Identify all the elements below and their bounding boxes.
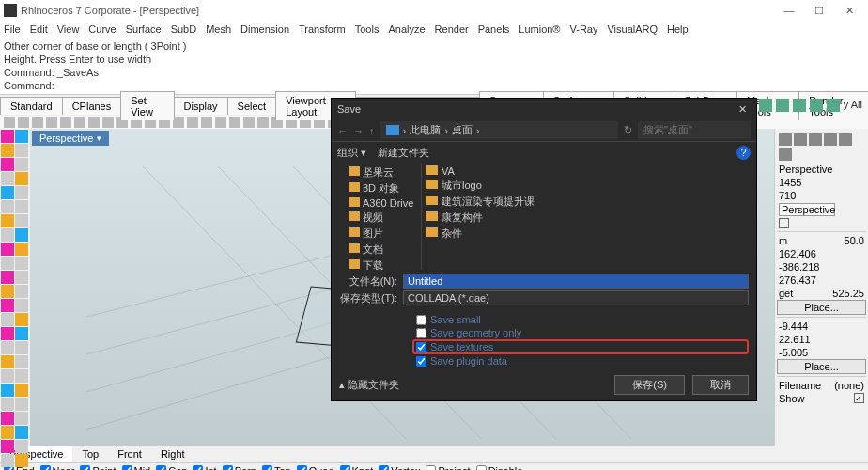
osnap-checkbox[interactable] xyxy=(80,465,90,470)
toolbar-icon[interactable] xyxy=(60,117,71,128)
menu-item[interactable]: Mesh xyxy=(206,24,231,35)
osnap-checkbox[interactable] xyxy=(156,465,166,470)
refresh-button[interactable]: ↻ xyxy=(624,124,632,136)
tool-icon[interactable] xyxy=(1,158,14,171)
folder-item[interactable]: 建筑渲染专项提升课 xyxy=(426,194,752,210)
toolbar-icon[interactable] xyxy=(74,117,85,128)
tool-icon[interactable] xyxy=(15,200,28,213)
place-button[interactable]: Place... xyxy=(777,300,866,315)
toolbar-icon[interactable] xyxy=(102,117,114,128)
tool-icon[interactable] xyxy=(1,285,14,298)
maximize-button[interactable]: ☐ xyxy=(804,5,834,17)
menu-item[interactable]: Lumion® xyxy=(519,24,560,35)
new-folder-button[interactable]: 新建文件夹 xyxy=(378,146,429,160)
tool-icon[interactable] xyxy=(1,214,14,227)
save-plugin-checkbox[interactable] xyxy=(416,356,426,367)
tool-icon[interactable] xyxy=(759,99,772,112)
menu-item[interactable]: Transform xyxy=(299,24,346,35)
toolbar-tab[interactable]: CPlanes xyxy=(62,97,122,115)
toolbar-icon[interactable] xyxy=(4,117,15,128)
menu-item[interactable]: VisualARQ xyxy=(607,24,658,35)
tool-icon[interactable] xyxy=(1,200,14,213)
tool-icon[interactable] xyxy=(15,172,28,185)
menu-item[interactable]: SubD xyxy=(171,24,197,35)
tool-icon[interactable] xyxy=(793,99,806,112)
tool-icon[interactable] xyxy=(15,257,28,270)
osnap-checkbox[interactable] xyxy=(223,465,233,470)
tool-icon[interactable] xyxy=(15,398,28,411)
close-button[interactable]: ✕ xyxy=(834,5,864,17)
prop-check[interactable] xyxy=(779,218,789,228)
tool-icon[interactable] xyxy=(1,130,14,143)
prop-select[interactable]: Perspective xyxy=(779,203,835,216)
osnap-checkbox[interactable] xyxy=(426,465,436,470)
tool-icon[interactable] xyxy=(15,186,28,199)
tree-item[interactable]: 3D 对象 xyxy=(335,180,417,196)
folder-item[interactable]: VA xyxy=(426,164,752,178)
tree-item[interactable]: A360 Drive xyxy=(335,196,417,210)
filetype-select[interactable]: COLLADA (*.dae) xyxy=(403,290,749,306)
toolbar-icon[interactable] xyxy=(88,117,100,128)
tool-icon[interactable] xyxy=(1,355,14,368)
tool-icon[interactable] xyxy=(1,454,14,467)
toolbar-icon[interactable] xyxy=(18,117,29,128)
tool-icon[interactable] xyxy=(15,228,28,242)
tool-icon[interactable] xyxy=(1,243,14,256)
tool-icon[interactable] xyxy=(1,299,14,312)
menu-item[interactable]: Surface xyxy=(126,24,162,35)
tool-icon[interactable] xyxy=(1,327,14,340)
tool-icon[interactable] xyxy=(827,99,840,112)
panel-icon[interactable] xyxy=(824,133,837,146)
tool-icon[interactable] xyxy=(15,299,28,312)
osnap-checkbox[interactable] xyxy=(262,465,272,470)
panel-icon[interactable] xyxy=(779,133,792,146)
filename-input[interactable]: Untitled xyxy=(403,274,749,289)
view-tab[interactable]: Right xyxy=(151,446,194,462)
menu-item[interactable]: Analyze xyxy=(388,24,425,35)
folder-item[interactable]: 杂件 xyxy=(426,226,752,242)
toolbar-icon[interactable] xyxy=(201,117,212,128)
osnap-checkbox[interactable] xyxy=(476,465,487,470)
address-bar[interactable]: › 此电脑 › 桌面 › xyxy=(380,121,619,139)
tool-icon[interactable] xyxy=(1,271,14,284)
toolbar-icon[interactable] xyxy=(257,117,269,128)
nav-forward-button[interactable]: → xyxy=(353,125,364,136)
tool-icon[interactable] xyxy=(776,99,789,112)
tree-item[interactable]: 文档 xyxy=(335,242,417,258)
tool-icon[interactable] xyxy=(1,426,14,439)
tool-icon[interactable] xyxy=(1,398,14,411)
tool-icon[interactable] xyxy=(15,412,28,425)
save-geometry-checkbox[interactable] xyxy=(416,328,426,338)
toolbar-icon[interactable] xyxy=(243,117,255,128)
tree-item[interactable]: 下载 xyxy=(335,258,417,270)
tool-icon[interactable] xyxy=(15,158,28,171)
toolbar-tab[interactable]: Select xyxy=(227,97,277,115)
nav-back-button[interactable]: ← xyxy=(337,125,348,136)
menu-item[interactable]: V-Ray xyxy=(569,24,597,35)
tool-icon[interactable] xyxy=(15,355,28,368)
osnap-checkbox[interactable] xyxy=(297,465,307,470)
toolbar-tab[interactable]: Display xyxy=(174,97,228,115)
view-tab[interactable]: Front xyxy=(108,446,151,462)
tool-icon[interactable] xyxy=(1,144,14,157)
nav-up-button[interactable]: ↑ xyxy=(369,125,375,136)
toolbar-icon[interactable] xyxy=(46,117,57,128)
hide-folders-toggle[interactable]: ▴ 隐藏文件夹 xyxy=(339,378,399,392)
panel-icon[interactable] xyxy=(839,133,852,146)
menu-item[interactable]: File xyxy=(4,24,21,35)
menu-item[interactable]: Help xyxy=(667,24,689,35)
panel-icon[interactable] xyxy=(779,148,792,161)
tool-icon[interactable] xyxy=(15,285,28,298)
tool-icon[interactable] xyxy=(15,243,28,256)
folder-tree[interactable]: 坚果云3D 对象A360 Drive视频图片文档下载音乐桌面 xyxy=(332,163,421,270)
osnap-checkbox[interactable] xyxy=(379,465,389,470)
menu-item[interactable]: Panels xyxy=(478,24,510,35)
menu-item[interactable]: Curve xyxy=(88,24,116,35)
tool-icon[interactable] xyxy=(1,186,14,199)
tool-icon[interactable] xyxy=(15,130,28,143)
tool-icon[interactable] xyxy=(1,341,14,354)
menu-item[interactable]: Tools xyxy=(355,24,380,35)
tool-icon[interactable] xyxy=(810,99,823,112)
minimize-button[interactable]: — xyxy=(774,5,804,16)
menu-item[interactable]: Render xyxy=(435,24,469,35)
